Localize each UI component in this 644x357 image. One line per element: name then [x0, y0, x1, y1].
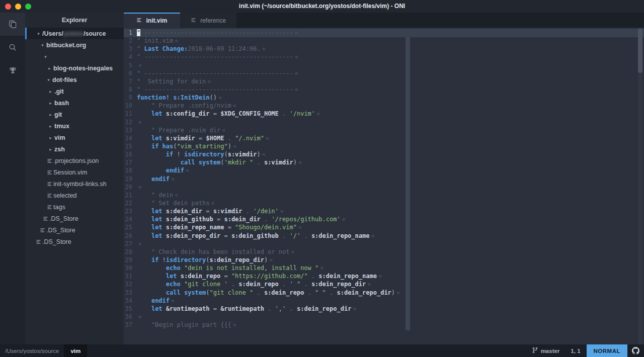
eol-marker-icon: « — [315, 110, 320, 117]
tree-item[interactable]: ▸tmux — [25, 120, 124, 132]
code-line[interactable]: 23 let s:dein_dir = s:vimdir . '/dein'« — [124, 207, 644, 215]
tree-item-label: .DS_Store — [46, 227, 75, 234]
code-text: " Last Change:2018-06-09 11:24:06.« — [137, 45, 266, 53]
file-icon — [46, 158, 53, 164]
tree-item[interactable]: .projections.json — [25, 155, 124, 166]
code-line[interactable]: 29 if !isdirectory(s:dein_repo_dir)« — [124, 256, 644, 264]
code-area[interactable]: 1" -------------------------------------… — [124, 28, 644, 344]
code-line[interactable]: 37 "Begin plugin part {{{« — [124, 321, 644, 329]
line-number: 24 — [124, 215, 137, 223]
code-line[interactable]: 9function! s:InitDein()« — [124, 94, 644, 102]
tree-item[interactable]: ▸git — [25, 109, 124, 120]
tree-item[interactable]: tags — [25, 201, 124, 213]
tree-item-label: Session.vim — [53, 169, 87, 176]
file-icon — [136, 17, 142, 25]
tree-item[interactable]: .DS_Store — [25, 213, 124, 224]
line-number: 3 — [124, 45, 137, 53]
tab-reference[interactable]: reference — [180, 13, 236, 28]
code-line[interactable]: 1" -------------------------------------… — [124, 29, 644, 37]
line-number: 4 — [124, 53, 137, 61]
code-line[interactable]: 25 let s:dein_repo_name = "Shougo/dein.v… — [124, 223, 644, 231]
code-line[interactable]: 5« — [124, 61, 644, 69]
code-line[interactable]: 13 " Prepare .nvim dir« — [124, 126, 644, 134]
code-text: endif« — [137, 166, 189, 174]
chevron-closed-icon: ▸ — [47, 124, 54, 129]
code-lines: 1" -------------------------------------… — [124, 29, 644, 329]
code-line[interactable]: 4" -------------------------------------… — [124, 53, 644, 61]
code-line[interactable]: 21 " dein« — [124, 191, 644, 199]
code-line[interactable]: 7" Setting for dein« — [124, 77, 644, 85]
tree-item[interactable]: ▾bitbucket.org — [25, 39, 124, 51]
file-icon — [46, 193, 53, 199]
code-line[interactable]: 11 let s:config_dir = $XDG_CONFIG_HOME .… — [124, 110, 644, 118]
tree-item[interactable]: ▸bash — [25, 97, 124, 109]
code-text: let s:dein_repo_dir = s:dein_github . '/… — [137, 232, 375, 240]
activity-item-search[interactable] — [0, 36, 25, 59]
chevron-open-icon: ▾ — [45, 77, 52, 82]
code-text: « — [137, 313, 142, 321]
code-text: " dein« — [137, 191, 178, 199]
tree-item[interactable]: ▸.git — [25, 85, 124, 97]
code-line[interactable]: 24 let s:dein_github = s:dein_dir . '/re… — [124, 215, 644, 223]
tree-item[interactable]: ▸zsh — [25, 143, 124, 155]
window-title: init.vim (~/source/bitbucket.org/yostos/… — [0, 0, 644, 13]
search-icon — [8, 43, 17, 52]
line-number: 15 — [124, 142, 137, 150]
code-line[interactable]: 22 " Set dein paths« — [124, 199, 644, 207]
code-text: "Begin plugin part {{{« — [137, 321, 236, 329]
tree-item[interactable]: Session.vim — [25, 166, 124, 178]
code-line[interactable]: 20« — [124, 183, 644, 191]
line-number: 30 — [124, 264, 137, 272]
tree-item[interactable]: .DS_Store — [25, 236, 124, 247]
close-button[interactable] — [5, 4, 11, 10]
code-line[interactable]: 2" init.vim« — [124, 37, 644, 45]
tree-item[interactable]: ▾dot-files — [25, 74, 124, 85]
file-icon — [39, 227, 46, 233]
line-number: 10 — [124, 102, 137, 110]
eol-marker-icon: « — [264, 135, 269, 142]
code-line[interactable]: 32 echo "git clone ' . s:dein_repo . ' "… — [124, 280, 644, 288]
editor-scrollbar[interactable] — [638, 28, 642, 344]
code-line[interactable]: 33 call system("git clone " . s:dein_rep… — [124, 289, 644, 297]
activity-item-explorer[interactable] — [0, 13, 25, 36]
code-line[interactable]: 17 call system('mkdir " . s:vimdir)« — [124, 158, 644, 166]
tree-item-label: .DS_Store — [49, 215, 78, 222]
eol-marker-icon: « — [173, 192, 178, 199]
code-line[interactable]: 8" -------------------------------------… — [124, 85, 644, 94]
editor-scrollbar-thumb[interactable] — [638, 29, 642, 73]
code-line[interactable]: 10 " Prepare .config/nvim« — [124, 102, 644, 110]
activity-item-achievements[interactable] — [0, 59, 25, 82]
code-line[interactable]: 36« — [124, 313, 644, 321]
chevron-closed-icon: ▸ — [47, 112, 54, 117]
code-line[interactable]: 31 let s:dein_repo = "https://github.com… — [124, 272, 644, 280]
code-line[interactable]: 19 endif« — [124, 175, 644, 183]
code-line[interactable]: 12« — [124, 118, 644, 126]
code-text: " --------------------------------------… — [137, 29, 298, 37]
code-line[interactable]: 30 echo "dein is not installed, install … — [124, 264, 644, 272]
code-line[interactable]: 3" Last Change:2018-06-09 11:24:06.« — [124, 45, 644, 53]
tree-item[interactable]: ▸vim — [25, 132, 124, 143]
tree-item[interactable]: .DS_Store — [25, 224, 124, 236]
code-line[interactable]: 16 if ! isdirectory(s:vimdir)« — [124, 150, 644, 158]
code-line[interactable]: 28 " Check dein has been installed or no… — [124, 248, 644, 256]
code-text: call system('mkdir " . s:vimdir)« — [137, 158, 302, 166]
code-line[interactable]: 35 let &runtimepath = &runtimepath . ','… — [124, 305, 644, 313]
status-bar: /Users/yostos/source vim master 1, 1 NOR… — [0, 344, 644, 357]
code-line[interactable]: 15 if has("vim_starting")« — [124, 142, 644, 150]
tree-item[interactable]: selected — [25, 190, 124, 201]
minimize-button[interactable] — [15, 4, 21, 10]
code-line[interactable]: 27« — [124, 240, 644, 248]
tree-item[interactable]: ▸blog-notes-inegales — [25, 62, 124, 74]
tree-item[interactable]: ▾ — [25, 51, 124, 62]
code-line[interactable]: 14 let s:vimdir = $HOME . "/.nvim"« — [124, 134, 644, 142]
tree-item[interactable]: ▾/Users/yostos/source — [25, 28, 124, 39]
code-text: " --------------------------------------… — [137, 69, 298, 77]
code-line[interactable]: 26 let s:dein_repo_dir = s:dein_github .… — [124, 232, 644, 240]
code-text: « — [137, 183, 142, 191]
zoom-button[interactable] — [25, 4, 31, 10]
tab-init.vim[interactable]: init.vim — [124, 13, 180, 28]
code-line[interactable]: 34 endif« — [124, 297, 644, 305]
code-line[interactable]: 18 endif« — [124, 166, 644, 174]
tree-item[interactable]: init-symbol-links.sh — [25, 178, 124, 190]
code-line[interactable]: 6" -------------------------------------… — [124, 69, 644, 77]
